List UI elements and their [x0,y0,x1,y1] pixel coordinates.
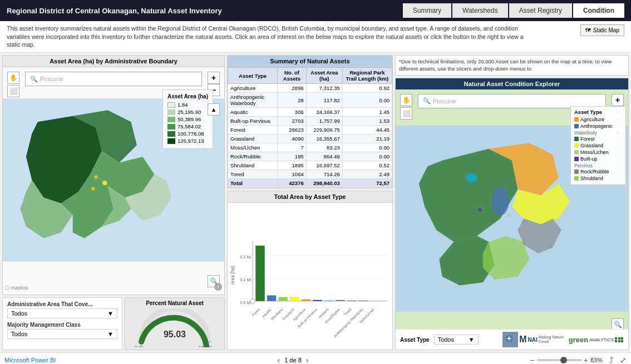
controls-panel: Administrative Area That Cove... Todos ▼… [2,297,122,350]
page-current: 1 [284,357,288,363]
legend-waterbody-sub: Waterbody [574,130,622,136]
asset-type-select[interactable]: Todos ▼ [434,335,479,345]
legend-item-6: 125,972.13 [167,138,208,144]
majority-mgmt-select[interactable]: Todos ▼ [7,329,117,339]
cell-count: 2703 [278,117,307,126]
legend-anthropogenic: Anthropogenic [574,123,622,129]
cell-count: 1895 [278,161,307,170]
right-map-pan-icon[interactable]: ✋ [400,94,412,106]
nav-tabs: Summary Watersheds Asset Registry Condit… [403,3,624,18]
asset-type-label: Asset Type [400,337,430,343]
forest-label: Forest [580,136,595,142]
prev-page-button[interactable]: ‹ [277,356,280,364]
chevron-down-icon-2: ▼ [107,331,114,337]
left-panel: Asset Area (ha) by Administrative Bounda… [2,55,225,350]
cell-trail: 0.00 [342,93,392,108]
gauge-svg: 0.00 100.00 95.03 [130,308,219,347]
map-search-bar[interactable]: 🔍 Procurar [25,72,202,86]
cell-type: Moss/Lichen [228,143,278,152]
legend-item-2: 25,195.90 [167,109,208,115]
table-row: Grassland409016,355.6721.19 [228,134,392,143]
right-search-icon: 🔍 [423,97,431,104]
app-header: Regional District of Central Okanagan, N… [0,0,631,21]
svg-text:100.00: 100.00 [198,345,212,347]
cell-count: 1064 [278,170,307,179]
chart-title: Total Area by Asset Type [228,191,392,203]
legend-label-4: 75,584.02 [178,123,201,129]
majority-mgmt-control: Majority Management Class Todos ▼ [7,322,117,339]
moss-color-dot [574,150,579,154]
grid-icon [615,337,624,342]
cell-type: Treed [228,170,278,179]
cell-trail: 0.52 [342,161,392,170]
cell-trail: 0.92 [342,84,392,93]
svg-point-9 [91,187,95,191]
legend-color-3 [167,117,175,122]
table-row: Shrubland189516,697.520.52 [228,161,392,170]
legend-agriculture: Agriculture [574,117,622,122]
tab-watersheds[interactable]: Watersheds [452,3,508,18]
cell-area: 1,757.99 [306,117,342,126]
power-bi-link[interactable]: Microsoft Power BI [4,357,56,363]
zoom-in-button[interactable]: + [208,72,220,84]
table-row: Rock/Rubble185864.490.00 [228,152,392,161]
chevron-down-icon-3: ▼ [469,336,475,343]
zoom-minus-button[interactable]: − [530,356,535,364]
right-zoom-in[interactable]: + [612,94,624,106]
cell-type: Forest [228,126,278,134]
share-icon[interactable]: ⤴ [609,356,613,364]
bottom-controls-area: Administrative Area That Cove... Todos ▼… [2,297,225,350]
legend-label-6: 125,972.13 [178,138,204,144]
asset-area-map-container[interactable]: ✋ ⬜ 🔍 Procurar + − [3,67,224,293]
legend-title: Asset Area (ha) [167,93,208,99]
mnai-subtitle: Making Nature Count [539,335,566,343]
svg-rect-34 [347,301,356,301]
map-compass-button[interactable]: ▲ [208,103,220,116]
svg-rect-29 [290,297,299,301]
page-separator: de [289,357,298,363]
fullscreen-icon[interactable]: ⤢ [620,356,627,364]
legend-color-6 [167,138,175,144]
cell-count: 28 [278,93,307,108]
legend-item-4: 75,584.02 [167,123,208,129]
svg-point-48 [250,299,255,303]
tab-summary[interactable]: Summary [403,3,451,18]
map-info-button[interactable]: i [214,283,222,291]
gauge-panel: Percent Natural Asset 0.00 100.00 95.03 [125,297,225,350]
svg-point-58 [478,208,481,211]
zoom-slider[interactable] [537,359,581,361]
map-pan-icon[interactable]: ✋ [7,72,19,84]
cell-area: 117.82 [306,93,342,108]
total-trail: 72,57 [342,179,392,188]
cell-trail: 21.19 [342,134,392,143]
legend-label-2: 25,195.90 [178,109,201,115]
mapbox-logo: ⬡ mapbox [5,285,29,291]
svg-rect-30 [302,300,310,301]
cell-area: 7,312.35 [306,84,342,93]
admin-area-select[interactable]: Todos ▼ [7,308,117,318]
tab-asset-registry[interactable]: Asset Registry [509,3,572,18]
tab-condition[interactable]: Condition [573,3,624,18]
zoom-controls: − + 83% [530,356,603,364]
legend-color-2 [167,109,175,115]
summary-table-title: Summary of Natural Assets [228,56,392,67]
page-navigation: ‹ 1 de 8 › [277,356,308,364]
next-page-button[interactable]: › [306,356,309,364]
right-search-placeholder: Procurar [433,98,456,104]
col-no-assets: No. of Assets [278,68,307,84]
static-map-button[interactable]: 🗺 Static Map [580,24,624,36]
anthropogenic-color-dot [574,124,579,128]
svg-text:Aquatic: Aquatic [261,307,272,318]
zoom-plus-button[interactable]: + [584,356,588,364]
svg-text:0.2 Mi: 0.2 Mi [240,255,252,260]
y-axis-label: Area (ha) [230,266,235,285]
cell-count: 2896 [278,84,307,93]
legend-label-1: 1.84 [178,102,188,108]
agriculture-color-dot [574,117,579,122]
map-select-icon[interactable]: ⬜ [7,85,19,97]
mnai-svg [505,334,516,345]
map-legend: Asset Area (ha) 1.84 25,195.90 50,389.96 [162,89,213,149]
cell-trail: 2.49 [342,170,392,179]
right-map-select-icon[interactable]: ⬜ [400,107,412,119]
condition-map-container[interactable]: ✋ ⬜ 🔍 Procurar + − ▲ 🔍 [396,89,628,347]
